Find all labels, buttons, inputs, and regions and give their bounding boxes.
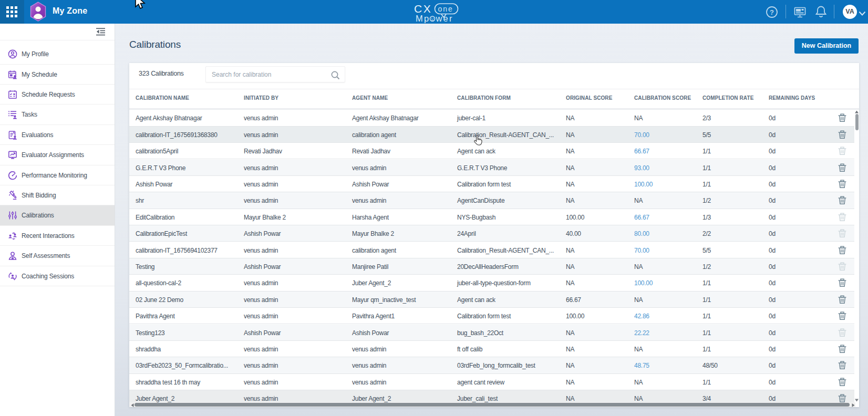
svg-text:wer: wer xyxy=(436,14,453,23)
svg-text:one: one xyxy=(438,5,453,13)
svg-text:?: ? xyxy=(770,8,774,16)
svg-text:Mp: Mp xyxy=(416,14,430,23)
svg-text:CX: CX xyxy=(414,3,432,15)
